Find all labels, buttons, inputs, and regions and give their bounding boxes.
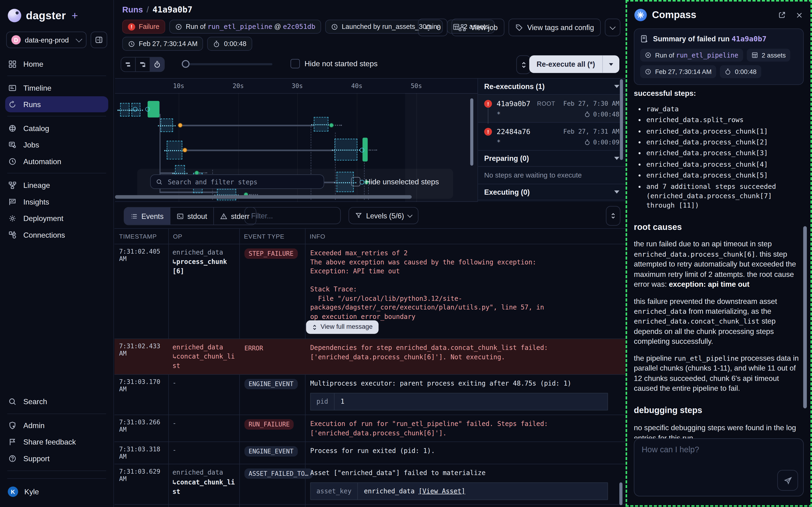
gantt-step-bar[interactable]	[120, 103, 129, 116]
run-id[interactable]: 22484a76	[497, 127, 530, 135]
sidebar-item-runs[interactable]: Runs	[5, 96, 108, 112]
re-executions-title: Re-executions (1)	[484, 82, 545, 91]
gantt-zoom-slider[interactable]	[182, 60, 273, 68]
gantt-step-bar[interactable]	[160, 119, 173, 132]
event-row[interactable]: 7:31:02.433 AMenriched_data↳concat_chunk…	[114, 339, 626, 375]
step-search-input[interactable]	[167, 177, 319, 186]
event-row[interactable]: 7:31:03.629 AMenriched_data↳concat_chunk…	[114, 464, 626, 505]
levels-dropdown[interactable]: Levels (5/6)	[348, 207, 419, 224]
clock-icon	[331, 23, 338, 30]
step-search-box[interactable]	[150, 174, 324, 189]
view-timed-button[interactable]	[150, 58, 164, 72]
breadcrumb-runs-link[interactable]: Runs	[122, 5, 143, 14]
re-executions-header[interactable]: Re-executions (1)	[478, 79, 626, 95]
checkbox-icon	[351, 177, 361, 186]
preparing-header[interactable]: Preparing (0)	[478, 151, 626, 167]
hide-unselected-checkbox[interactable]: Hide unselected steps	[351, 177, 439, 186]
run-id[interactable]: 41a9a0b7	[497, 99, 530, 108]
gantt-event-dot	[145, 107, 150, 112]
compass-scrollbar[interactable]	[803, 226, 807, 408]
gantt-vertical-scrollbar[interactable]	[470, 98, 473, 166]
re-executions-scrollbar[interactable]	[620, 79, 623, 160]
events-scrollbar[interactable]	[619, 482, 622, 505]
view-tags-label: View tags and config	[527, 23, 594, 32]
breadcrumb-run-id: 41a9a0b7	[153, 5, 193, 14]
sidebar-item-jobs[interactable]: Jobs	[5, 137, 108, 153]
run-of-badge[interactable]: Run of run_etl_pipeline	[640, 49, 743, 61]
commit-link[interactable]: e2c051db	[283, 23, 315, 31]
gantt-step-bar[interactable]	[314, 117, 328, 131]
send-button[interactable]	[777, 470, 798, 491]
dagster-logo-icon	[8, 9, 21, 22]
executing-header[interactable]: Executing (0)	[478, 184, 626, 200]
sidebar-item-automation[interactable]: Automation	[5, 153, 108, 169]
collapse-sidebar-button[interactable]	[91, 32, 107, 48]
chat-input[interactable]	[641, 444, 772, 477]
close-icon[interactable]	[795, 11, 803, 19]
open-in-new-icon[interactable]	[778, 11, 786, 19]
events-expand-button[interactable]	[606, 206, 620, 226]
target-icon	[175, 23, 182, 30]
caret-down-icon	[614, 85, 619, 88]
view-job-button[interactable]: View job	[452, 18, 504, 36]
re-execute-all-button[interactable]: Re-execute all (*)	[529, 55, 619, 73]
gantt-expand-button[interactable]	[516, 55, 531, 74]
gantt-connector-line	[160, 191, 217, 193]
pipeline-link[interactable]: run_etl_pipeline	[208, 23, 272, 31]
gantt-body[interactable]: Hide unselected steps	[115, 93, 477, 202]
event-row[interactable]: 7:31:03.170 AM-ENGINE_EVENTMultiprocess …	[114, 375, 626, 415]
assets-badge[interactable]: 2 assets	[747, 49, 791, 61]
re-execution-item[interactable]: !41a9a0b7ROOTFeb 27, 7:30 AM*0:00:48	[478, 95, 626, 123]
lineage-icon	[8, 181, 17, 189]
pipeline-link[interactable]: run_etl_pipeline	[676, 51, 738, 59]
slider-handle[interactable]	[182, 60, 190, 68]
sidebar-item-lineage[interactable]: Lineage	[5, 177, 108, 193]
view-tags-config-button[interactable]: View tags and config	[509, 18, 601, 36]
duration-badge: 0:00:48	[720, 65, 761, 78]
hide-not-started-checkbox[interactable]: Hide not started steps	[291, 59, 378, 68]
event-row[interactable]: 7:31:03.266 AM-RUN_FAILUREExecution of r…	[114, 415, 626, 442]
event-row[interactable]: 7:31:02.405 AMenriched_data↳process_chun…	[114, 244, 626, 339]
event-type: ERROR	[239, 339, 305, 375]
sidebar-item-share-feedback[interactable]: Share feedback	[5, 434, 108, 450]
alerts-button[interactable]: 0	[418, 18, 448, 36]
sidebar-item-catalog[interactable]: Catalog	[5, 120, 108, 136]
summary-run-id[interactable]: 41a9a0b7	[732, 35, 767, 43]
sidebar-item-search[interactable]: Search	[5, 394, 108, 409]
sidebar-item-connections[interactable]: Connections	[5, 227, 108, 242]
run-of-badge[interactable]: Run of run_etl_pipeline @ e2c051db	[169, 20, 321, 34]
metadata-link[interactable]: [View Asset]	[419, 487, 465, 495]
sidebar-item-timeline[interactable]: Timeline	[5, 79, 108, 96]
gantt-step-bar[interactable]	[335, 139, 357, 161]
log-filter-input[interactable]	[250, 211, 346, 220]
sidebar-item-home[interactable]: Home	[5, 56, 108, 72]
view-waterfall-button[interactable]	[136, 58, 150, 72]
deployment-icon	[8, 214, 17, 222]
gantt-horizontal-scrollbar[interactable]	[115, 195, 412, 199]
more-actions-button[interactable]	[605, 18, 620, 36]
event-row[interactable]: 7:31:03.318 AM-ENGINE_EVENTProcess for r…	[114, 442, 626, 464]
summary-title: Summary of failed run 41a9a0b7	[653, 35, 766, 43]
divider	[7, 76, 106, 76]
event-row[interactable]: 7:31:04.343 AM-ENGINE_EVENTRetrying the …	[114, 505, 626, 507]
gantt-step-bar[interactable]	[167, 141, 182, 160]
view-full-message-button[interactable]: View full message	[306, 320, 379, 334]
sidebar-item-deployment[interactable]: Deployment	[5, 210, 108, 226]
axis-tick: 40s	[351, 82, 363, 90]
root-cause-paragraph-2: this failure prevented the downstream as…	[634, 296, 801, 347]
document-icon	[640, 35, 648, 43]
sidebar-item-support[interactable]: Support	[5, 451, 108, 467]
sidebar-nav: HomeTimelineRunsCatalogJobsAutomationLin…	[0, 55, 113, 243]
tab-events[interactable]: Events	[124, 208, 170, 225]
sidebar-item-insights[interactable]: Insights	[5, 193, 108, 210]
log-filter-box[interactable]	[245, 207, 341, 224]
preparing-title: Preparing (0)	[484, 154, 529, 163]
sidebar-item-admin[interactable]: Admin	[5, 417, 108, 434]
tab-stdout[interactable]: stdout	[170, 208, 214, 225]
org-switcher[interactable]: D data-eng-prod	[6, 32, 87, 48]
event-type: ENGINE_EVENT	[239, 442, 305, 464]
user-menu[interactable]: K Kyle	[5, 483, 108, 500]
re-execution-item[interactable]: !22484a76Feb 27, 7:31 AM*0:00:09	[478, 123, 626, 151]
compass-chat-box[interactable]	[634, 439, 804, 496]
view-flat-button[interactable]	[121, 58, 136, 72]
